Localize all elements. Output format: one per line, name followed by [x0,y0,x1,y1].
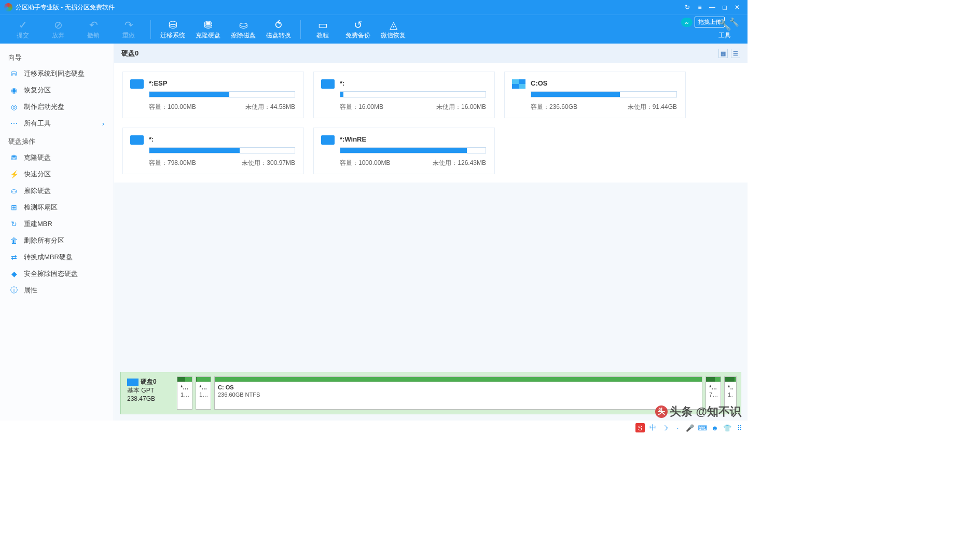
bad-sector-icon: ⊞ [9,203,19,212]
sidebar-item-properties[interactable]: ⓘ属性 [0,282,114,299]
unused-label: 未使用：91.44GB [628,103,677,111]
taskbar: 头 头条 @知不识 S 中 ☽ ٠ 🎤 ⌨ ☻ 👕 ⠿ [0,421,748,435]
partition-card[interactable]: C:OS 容量：236.60GB未使用：91.44GB [504,72,686,118]
block-size: 16… [199,391,207,398]
secure-wipe-icon: ◆ [9,269,19,278]
capacity-label: 容量：236.60GB [531,103,577,111]
usage-bar [340,147,486,153]
keyboard-icon[interactable]: ⌨ [698,423,707,432]
disk-map-header[interactable]: 硬盘0 基本 GPT 238.47GB [125,376,174,410]
sidebar-item-rebuild-mbr[interactable]: ↻重建MBR [0,216,114,232]
block-name: *:… [181,384,189,390]
disk-name: 硬盘0 [141,378,157,385]
mic-icon[interactable]: 🎤 [685,423,695,432]
partition-name: *: [149,135,295,143]
migrate-ssd-icon: ⛁ [9,69,19,78]
sidebar-item-label: 重建MBR [24,219,52,229]
grid-view-button[interactable]: ▦ [718,49,728,58]
unused-label: 未使用：16.00MB [436,103,486,111]
sidebar-item-recover[interactable]: ◉恢复分区 [0,82,114,99]
sidebar-item-label: 检测坏扇区 [24,203,58,212]
face-icon[interactable]: ☻ [710,423,719,432]
all-tools-icon: ⋯ [9,119,19,128]
sidebar-item-to-mbr[interactable]: ⇄转换成MBR硬盘 [0,249,114,265]
redo-label: 重做 [122,31,135,40]
clone-button[interactable]: ⛃克隆硬盘 [190,15,226,44]
wechat-button[interactable]: ◬微信恢复 [376,15,411,44]
avatar-icon: 头 [655,405,668,418]
tools-button[interactable]: 🔧 工具 [707,15,742,44]
shirt-icon[interactable]: 👕 [723,423,732,432]
block-name: C: OS [218,384,699,390]
drive-icon [321,79,335,89]
cloud-icon: ∞ [681,18,693,27]
usage-bar [340,91,486,97]
sidebar-item-clone-disk[interactable]: ⛃克隆硬盘 [0,149,114,166]
menu-icon[interactable]: ≡ [694,1,706,13]
sidebar-item-quick-part[interactable]: ⚡快速分区 [0,166,114,183]
migrate-icon: ⛁ [169,19,177,31]
convert-button[interactable]: ⥀磁盘转换 [261,15,296,44]
sidebar-item-label: 克隆硬盘 [24,153,51,162]
sidebar-item-wipe-disk[interactable]: ⛀擦除硬盘 [0,183,114,199]
sidebar-item-bad-sector[interactable]: ⊞检测坏扇区 [0,199,114,216]
partition-card[interactable]: *: 容量：16.00MB未使用：16.00MB [313,72,495,118]
backup-button[interactable]: ↺免费备份 [340,15,376,44]
disk-map-block[interactable]: *:… 16… [196,376,211,410]
submit-button: ✓提交 [5,15,40,44]
drive-icon [321,135,335,145]
tutorial-button[interactable]: ▭教程 [305,15,340,44]
disk-map-block[interactable]: *:… 10… [177,376,192,410]
dot-icon[interactable]: ٠ [673,423,682,432]
rebuild-mbr-icon: ↻ [9,219,19,229]
migrate-label: 迁移系统 [160,31,185,40]
sidebar-item-label: 属性 [24,286,37,295]
recover-icon: ◉ [9,86,19,95]
discard-button: ⊘放弃 [40,15,76,44]
wechat-icon: ◬ [390,19,397,31]
partition-name: *:ESP [149,79,295,87]
sidebar-item-boot-disc[interactable]: ◎制作启动光盘 [0,99,114,115]
window-title: 分区助手专业版 - 无损分区免费软件 [16,3,115,12]
sidebar: 向导 ⛁迁移系统到固态硬盘◉恢复分区◎制作启动光盘⋯所有工具› 硬盘操作 ⛃克隆… [0,44,114,421]
wipe-button[interactable]: ⛀擦除磁盘 [226,15,261,44]
minimize-button[interactable]: — [706,1,718,13]
close-button[interactable]: ✕ [731,1,743,13]
capacity-label: 容量：1000.00MB [340,159,390,167]
ime-icon[interactable]: S [635,423,645,432]
redo-button: ↷重做 [111,15,146,44]
capacity-label: 容量：100.00MB [149,103,196,111]
moon-icon[interactable]: ☽ [660,423,670,432]
undo-label: 撤销 [87,31,100,40]
sidebar-item-migrate-ssd[interactable]: ⛁迁移系统到固态硬盘 [0,65,114,82]
sidebar-item-label: 迁移系统到固态硬盘 [24,69,85,78]
toolbar: ✓提交⊘放弃↶撤销↷重做 ⛁迁移系统⛃克隆硬盘⛀擦除磁盘⥀磁盘转换 ▭教程↺免费… [0,15,748,44]
sidebar-item-secure-wipe[interactable]: ◆安全擦除固态硬盘 [0,265,114,282]
watermark: 头 头条 @知不识 [655,404,741,419]
maximize-button[interactable]: ◻ [718,1,731,13]
sidebar-item-delete-all[interactable]: 🗑删除所有分区 [0,232,114,249]
lang-icon[interactable]: 中 [648,423,657,432]
backup-label: 免费备份 [345,31,370,40]
disk-map-block[interactable]: C: OS 236.60GB NTFS [214,376,702,410]
migrate-button[interactable]: ⛁迁移系统 [155,15,190,44]
sidebar-item-all-tools[interactable]: ⋯所有工具› [0,115,114,132]
refresh-icon[interactable]: ↻ [681,1,694,13]
partition-cards: *:ESP 容量：100.00MB未使用：44.58MB *: 容量：16.00… [114,63,748,183]
app-logo-icon [4,3,12,11]
submit-label: 提交 [17,31,29,40]
properties-icon: ⓘ [9,286,19,295]
submit-icon: ✓ [19,19,27,31]
wechat-label: 微信恢复 [381,31,406,40]
partition-card[interactable]: *: 容量：798.00MB未使用：300.97MB [122,128,304,174]
section-wizard-title: 向导 [0,48,114,65]
discard-label: 放弃 [52,31,64,40]
partition-card[interactable]: *:WinRE 容量：1000.00MB未使用：126.43MB [313,128,495,174]
partition-card[interactable]: *:ESP 容量：100.00MB未使用：44.58MB [122,72,304,118]
wipe-disk-icon: ⛀ [9,186,19,195]
section-disk-ops-title: 硬盘操作 [0,132,114,149]
grid-icon[interactable]: ⠿ [735,423,744,432]
list-view-button[interactable]: ☰ [731,49,740,58]
usage-bar [149,91,295,97]
capacity-label: 容量：16.00MB [340,103,383,111]
